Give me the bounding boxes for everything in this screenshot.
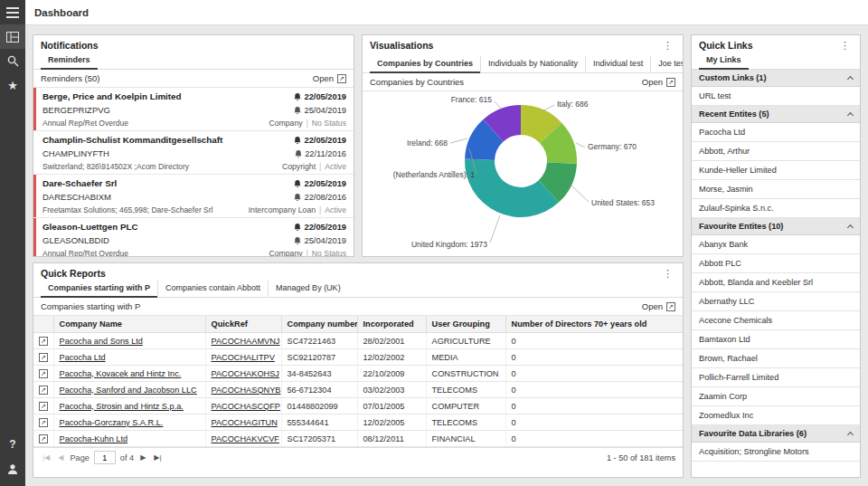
quick-links-panel: Quick Links ⋮ My Links Custom Links (1) …	[691, 34, 861, 478]
sidebar-favourites-button[interactable]: ★	[0, 73, 25, 98]
review-date: 22/11/2016	[305, 149, 346, 158]
quick-link-item[interactable]: Abbott PLC	[692, 254, 860, 273]
sidebar-menu-button[interactable]	[0, 0, 25, 24]
sidebar-user-button[interactable]	[0, 456, 25, 481]
column-header-quickref[interactable]: QuickRef	[205, 316, 281, 333]
column-header-directors[interactable]: Number of Directors 70+ years old	[505, 316, 683, 333]
quick-reports-tabs: Companies starting with P Companies cont…	[33, 281, 683, 298]
quickref-link[interactable]: PACOCHAKVCVF	[212, 434, 279, 443]
company-name-link[interactable]: Pacocha, Sanford and Jacobson LLC	[60, 386, 197, 395]
company-name-link[interactable]: Pacocha Ltd	[60, 353, 106, 362]
quickref-link[interactable]: PACOCHAKOHSJ	[212, 369, 279, 378]
quickref-link[interactable]: PACOCHAGITUN	[212, 418, 278, 427]
quick-link-item[interactable]: Zoomedlux Inc	[692, 406, 860, 425]
quick-link-item[interactable]: Morse, Jasmin	[692, 180, 860, 199]
column-header-user-grouping[interactable]: User Grouping	[426, 316, 505, 333]
company-name-link[interactable]: Pacocha, Kovacek and Hintz Inc.	[60, 369, 182, 378]
open-record-icon[interactable]: ↗	[39, 402, 48, 411]
tab-managed-by-uk[interactable]: Managed By (UK)	[268, 281, 348, 298]
open-record-icon[interactable]: ↗	[39, 418, 48, 427]
directors-cell: 0	[505, 415, 683, 431]
open-record-icon[interactable]: ↗	[39, 434, 48, 443]
notification-item[interactable]: Dare-Schaefer Srl 22/05/2019 DARESCHABIX…	[33, 175, 354, 218]
open-record-icon[interactable]: ↗	[39, 386, 48, 395]
chevron-up-icon	[847, 112, 854, 119]
quick-link-item[interactable]: Acquisition; Strongline Motors	[692, 443, 860, 462]
column-header-incorporated[interactable]: Incorporated	[357, 316, 426, 333]
tab-companies-contain-abbott[interactable]: Companies contain Abbott	[157, 281, 268, 298]
donut-slice[interactable]	[465, 159, 559, 217]
quick-link-item[interactable]: Abbott, Blanda and Keebler Srl	[692, 273, 860, 292]
alarm-icon	[294, 237, 301, 244]
quick-link-item[interactable]: Abanyx Bank	[692, 235, 860, 254]
company-name-link[interactable]: Pacocha-Gorczany S.A.R.L.	[60, 418, 164, 427]
quickref-link[interactable]: PACOCHAAMVNJ	[212, 337, 280, 346]
tab-my-links[interactable]: My Links	[699, 52, 749, 70]
notification-item[interactable]: Champlin-Schulist Kommanditgesellschaft …	[33, 131, 354, 175]
open-record-icon[interactable]: ↗	[39, 353, 48, 362]
pager-next-button[interactable]: ▶	[138, 453, 147, 462]
notification-item[interactable]: Berge, Price and Koelpin Limited 22/05/2…	[33, 88, 354, 131]
quick-reports-table: Company Name QuickRef Company number Inc…	[33, 316, 683, 447]
open-record-icon[interactable]: ↗	[39, 369, 48, 378]
page-number-input[interactable]	[94, 451, 116, 464]
pager-prev-button[interactable]: ◀	[56, 453, 65, 462]
company-name-link[interactable]: Pacocha and Sons Ltd	[60, 337, 143, 346]
quick-reports-open-link[interactable]: Open ↗	[642, 301, 675, 311]
chart-slice-label: (Netherlands Antilles): 1	[393, 170, 476, 179]
quick-link-item[interactable]: Pacocha Ltd	[692, 123, 860, 142]
quick-link-item[interactable]: Zaamin Corp	[692, 387, 860, 406]
quick-link-item[interactable]: Brown, Rachael	[692, 349, 860, 368]
quickref-link[interactable]: PACOCHASQNYB	[212, 386, 281, 395]
section-header-recent-entites[interactable]: Recent Entites (5)	[692, 106, 860, 123]
tab-companies-by-countries[interactable]: Companies by Countries	[370, 56, 480, 73]
incorporated-cell: 22/10/2009	[357, 366, 426, 382]
quick-link-item[interactable]: Abbott, Arthur	[692, 142, 860, 161]
quickref-link[interactable]: PACOCHALITPV	[212, 353, 275, 362]
notifications-open-link[interactable]: Open ↗	[313, 73, 346, 83]
quick-link-item[interactable]: Pollich-Farrell Limited	[692, 368, 860, 387]
directors-cell: 0	[505, 366, 683, 382]
company-name-link[interactable]: Pacocha-Kuhn Ltd	[60, 434, 128, 443]
pager-last-button[interactable]: ▶|	[152, 453, 163, 462]
tab-companies-starting-with-p[interactable]: Companies starting with P	[41, 281, 157, 298]
kebab-menu-icon[interactable]: ⋮	[660, 269, 675, 278]
quick-link-item[interactable]: Kunde-Heller Limited	[692, 161, 860, 180]
user-grouping-cell: CONSTRUCTION	[426, 366, 505, 382]
visualisations-tabs: Companies by Countries Individuals by Na…	[363, 52, 683, 73]
column-header-company-name[interactable]: Company Name	[53, 316, 205, 333]
chevron-up-icon	[847, 224, 854, 231]
column-header-company-number[interactable]: Company number	[281, 316, 357, 333]
quick-link-item[interactable]: Acecone Chemicals	[692, 311, 860, 330]
quick-link-item[interactable]: Bamtaxon Ltd	[692, 330, 860, 349]
table-row: ↗ Pacocha-Gorczany S.A.R.L. PACOCHAGITUN…	[33, 415, 683, 431]
dashboard-icon	[6, 32, 19, 43]
notification-item[interactable]: Gleason-Luettgen PLC 22/05/2019 GLEASONL…	[33, 218, 354, 257]
open-label: Open	[642, 77, 663, 87]
sidebar-help-button[interactable]: ?	[0, 432, 25, 456]
chart-slice-label: United States: 653	[591, 198, 655, 207]
kebab-menu-icon[interactable]: ⋮	[837, 41, 853, 50]
sidebar-search-button[interactable]	[0, 49, 25, 73]
tab-individual-test[interactable]: Individual test	[585, 56, 650, 73]
section-header-custom-links[interactable]: Custom Links (1)	[692, 70, 860, 87]
tab-reminders[interactable]: Reminders	[41, 52, 98, 70]
search-icon	[7, 55, 19, 67]
visualisations-open-link[interactable]: Open ↗	[642, 77, 675, 87]
section-header-favourite-data-libraries[interactable]: Favourite Data Libraries (6)	[692, 425, 860, 443]
open-record-icon[interactable]: ↗	[39, 337, 48, 346]
quickref-link[interactable]: PACOCHASCQFP	[212, 402, 280, 411]
sidebar-dashboard-button[interactable]	[0, 24, 25, 49]
entity-desc: Switzerland; 826\914502X ;Acom Directory	[42, 162, 189, 171]
quick-link-item[interactable]: Abernathy LLC	[692, 292, 860, 311]
quick-link-item[interactable]: URL test	[692, 87, 860, 106]
quick-link-item[interactable]: Zulauf-Spinka S.n.c.	[692, 199, 860, 218]
review-date: 22/08/2016	[304, 193, 346, 202]
kebab-menu-icon[interactable]: ⋮	[660, 41, 675, 50]
tab-joe-test[interactable]: Joe test	[650, 56, 684, 73]
pager-first-button[interactable]: |◀	[41, 453, 52, 462]
section-header-favourite-entites[interactable]: Favourite Entites (10)	[692, 218, 860, 235]
tab-individuals-by-nationality[interactable]: Individuals by Nationality	[480, 56, 585, 73]
company-name-link[interactable]: Pacocha, Strosin and Hintz S.p.a.	[60, 402, 184, 411]
review-date: 25/04/2019	[304, 106, 346, 115]
